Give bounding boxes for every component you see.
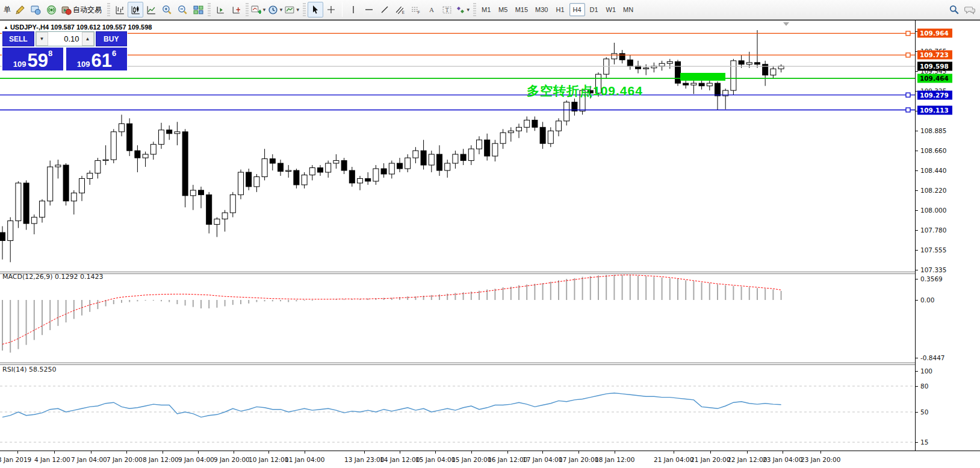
indicators-menu-button[interactable]: ▼	[250, 2, 267, 17]
horizontal-line-tool-icon[interactable]	[361, 2, 377, 17]
text-tool-icon[interactable]: A	[424, 2, 439, 17]
toolbar-grip[interactable]	[246, 3, 249, 16]
bear-candle	[683, 83, 689, 85]
bull-candle	[254, 176, 259, 186]
bear-candle	[63, 165, 69, 201]
time-axis-label: 23 Jan 20:00	[801, 456, 840, 463]
timeframe-button-M15[interactable]: M15	[512, 3, 531, 16]
bear-candle	[127, 123, 132, 151]
toolbar-grip[interactable]	[303, 3, 306, 16]
time-axis[interactable]: 3 Jan 20194 Jan 12:007 Jan 04:007 Jan 20…	[0, 451, 980, 468]
time-axis-label: 14 Jan 12:00	[380, 456, 420, 463]
timeframe-button-MN[interactable]: MN	[620, 3, 636, 16]
autotrading-button[interactable]: 自动交易	[59, 2, 105, 17]
highlight-zone	[680, 73, 725, 81]
sell-quote[interactable]: 109 59 8	[2, 48, 63, 70]
arrows-menu-button[interactable]: ▼	[455, 2, 471, 17]
chat-icon[interactable]	[962, 2, 978, 17]
tick-mark	[916, 371, 918, 372]
bull-candle	[429, 154, 434, 165]
new-order-icon[interactable]	[12, 2, 28, 17]
time-tick-mark	[17, 451, 18, 454]
time-tick-mark	[126, 451, 127, 454]
mt4-terminal: 单 自动交易	[0, 0, 980, 468]
buy-button[interactable]: BUY	[96, 31, 128, 46]
text-label-tool-icon[interactable]: T	[439, 2, 455, 17]
bull-candle	[516, 127, 522, 131]
search-icon[interactable]	[946, 2, 962, 17]
price-scale[interactable]: 109.985109.765109.545109.325109.105108.8…	[915, 20, 980, 468]
price-badge: 109.279	[917, 90, 952, 99]
bear-candle	[318, 168, 323, 172]
auto-scroll-icon[interactable]	[212, 2, 228, 17]
equidistant-channel-tool-icon[interactable]: E	[392, 2, 408, 17]
bar-chart-mode-icon[interactable]	[112, 2, 128, 17]
bull-candle	[445, 163, 450, 170]
bear-candle	[365, 178, 371, 181]
candlestick-mode-icon[interactable]	[128, 2, 143, 17]
timeframe-button-H4[interactable]: H4	[569, 3, 585, 16]
sell-price-big: 59	[27, 53, 48, 69]
timeframe-button-M30[interactable]: M30	[532, 3, 551, 16]
timeframe-button-D1[interactable]: D1	[586, 3, 602, 16]
tick-mark	[916, 300, 918, 301]
line-handle-marker	[906, 31, 910, 36]
time-axis-label: 17 Jan 20:00	[559, 456, 598, 463]
timeframe-button-M5[interactable]: M5	[495, 3, 511, 16]
bear-candle	[675, 61, 681, 83]
rsi-tick-label: 100	[920, 367, 932, 375]
timeframe-button-H1[interactable]: H1	[553, 3, 568, 16]
pane-separator-macd[interactable]	[0, 272, 980, 274]
volume-decrease-button[interactable]: ▼	[36, 32, 48, 46]
tile-windows-icon[interactable]	[190, 2, 206, 17]
bear-candle	[619, 54, 625, 60]
time-tick-mark	[615, 451, 615, 454]
volume-increase-button[interactable]: ▲	[82, 32, 94, 46]
bull-candle	[707, 83, 712, 86]
bull-candle	[612, 54, 617, 59]
bull-candle	[746, 63, 752, 64]
chart-canvas[interactable]	[0, 20, 915, 468]
toolbar-grip[interactable]	[107, 3, 110, 16]
sell-price-pip: 8	[48, 49, 52, 58]
sell-price-prefix: 109	[13, 60, 26, 69]
time-axis-label: 23 Jan 04:00	[763, 456, 802, 463]
toolbar-grip[interactable]	[208, 3, 211, 16]
time-axis-label: 15 Jan 04:00	[415, 456, 455, 463]
toolbar-grip[interactable]	[473, 3, 476, 16]
signals-icon[interactable]	[43, 2, 59, 17]
bear-candle	[755, 63, 760, 64]
market-watch-icon[interactable]	[28, 2, 43, 17]
bear-candle	[739, 61, 744, 64]
collapse-arrow-icon[interactable]: ▲	[4, 25, 8, 30]
timeframe-button-W1[interactable]: W1	[603, 3, 619, 16]
zoom-out-icon[interactable]	[175, 2, 190, 17]
vertical-line-tool-icon[interactable]	[346, 2, 361, 17]
bull-candle	[405, 158, 411, 169]
templates-menu-button[interactable]: ▼	[284, 2, 301, 17]
chart-shift-icon[interactable]	[228, 2, 244, 17]
pane-separator-rsi[interactable]	[0, 363, 980, 365]
sell-button[interactable]: SELL	[2, 31, 34, 46]
time-tick-mark	[305, 451, 305, 454]
fibonacci-tool-icon[interactable]: F	[408, 2, 424, 17]
bull-candle	[771, 69, 776, 75]
bear-candle	[294, 170, 299, 185]
bear-candle	[715, 83, 721, 96]
time-tick-mark	[198, 451, 199, 454]
timeframe-button-M1[interactable]: M1	[479, 3, 494, 16]
periods-menu-button[interactable]: ▼	[267, 2, 284, 17]
autotrading-icon	[61, 5, 72, 15]
volume-input[interactable]	[48, 32, 82, 46]
trendline-tool-icon[interactable]	[377, 2, 392, 17]
cursor-tool-icon[interactable]	[308, 2, 323, 17]
new-order-label[interactable]: 单	[4, 5, 11, 15]
pivot-annotation-text[interactable]: 多空转折点109.464	[527, 83, 643, 99]
chart-shift-marker[interactable]	[783, 22, 789, 26]
buy-quote[interactable]: 109 61 6	[66, 48, 127, 70]
crosshair-tool-icon[interactable]	[323, 2, 339, 17]
rsi-label: RSI(14) 58.5250	[2, 366, 56, 373]
bear-candle	[246, 172, 252, 187]
zoom-in-icon[interactable]	[159, 2, 175, 17]
line-chart-mode-icon[interactable]	[143, 2, 159, 17]
